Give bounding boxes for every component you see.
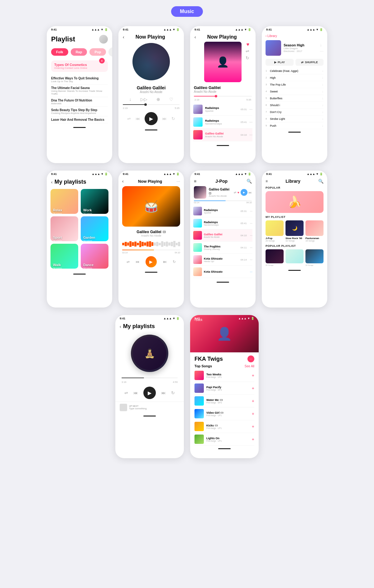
more-icon[interactable]: ··· <box>250 234 252 237</box>
repeat-icon-3[interactable]: ↻ <box>246 55 249 60</box>
fka-track-5[interactable]: Kicks E FKA twigs · LP1 + <box>194 420 254 433</box>
back-btn-5[interactable]: ‹ <box>51 180 53 185</box>
next-icon-mpl2[interactable]: ⏭ <box>161 390 166 395</box>
lib-track-2[interactable]: 2 High ↓ <box>266 74 324 81</box>
next-icon-jpop[interactable]: ⏭ <box>249 191 252 194</box>
playlist-slow-rock[interactable]: 🌙 Slow Rock '90 32 Songs <box>285 220 304 242</box>
shuffle-icon-mpl2[interactable]: ⇌ <box>124 390 128 395</box>
lib-track-5[interactable]: 5 Butterflies ↓ <box>266 95 324 102</box>
lib-track-9[interactable]: 9 Push ↓ <box>266 122 324 129</box>
jpop-track[interactable]: Kota Shinzato ··· <box>193 266 252 278</box>
playlist-item-work[interactable]: Work 34 songs <box>81 189 108 214</box>
prev-icon[interactable]: ⏮ <box>136 116 140 121</box>
lib-track-8[interactable]: 8 Strobe Light ↓ <box>266 115 324 122</box>
pill-more[interactable] <box>108 47 112 57</box>
playlist-item-walk[interactable]: Walk 34 songs <box>50 244 78 269</box>
dl-icon[interactable]: ↓ <box>322 110 324 114</box>
play-button-jpop[interactable]: ▶ <box>241 189 247 196</box>
shuffle-icon-wave[interactable]: ⇌ <box>127 260 130 264</box>
list-item[interactable]: Laser Hair And Removal The Basics <box>51 116 108 123</box>
list-item[interactable]: Dna The Future Of Nutrition Asteroids <box>51 97 108 107</box>
more-icon[interactable]: ··· <box>249 107 252 111</box>
shuffle-button-lib[interactable]: ⇌ SHUFFLE <box>295 59 324 66</box>
jpop-track[interactable]: Radwimps Nandemonaiya 05:41 ··· <box>193 217 252 229</box>
dl-icon[interactable]: ↓ <box>322 69 324 73</box>
popular-banner[interactable]: 🍌 <box>266 191 324 213</box>
dl-icon[interactable]: ↓ <box>322 124 324 127</box>
dl-icon[interactable]: ↓ <box>322 83 324 86</box>
fka-track-2[interactable]: Papi Pacify FKA twigs · EP2 + <box>194 382 254 395</box>
next-icon[interactable]: ⏭ <box>162 116 167 121</box>
mpl2-progress-bar[interactable] <box>122 378 178 378</box>
jpop-track[interactable]: Kota Shinzato Hands Up! 04:14 ··· <box>193 254 252 266</box>
list-item[interactable]: Sedu Beauty Tips Step By Step Cooking Re… <box>51 107 108 116</box>
fka-track-1[interactable]: Two Weeks FKA twigs · LP1 + <box>194 369 254 382</box>
add-icon[interactable]: + <box>252 386 254 391</box>
playlist-featured[interactable]: B Types Of Cosmetics Ordering Contact Le… <box>51 60 108 72</box>
back-btn-9[interactable]: ‹ <box>120 324 121 329</box>
heart-icon-3[interactable]: ♥ <box>247 42 250 47</box>
list-item[interactable]: Effective Ways To Quit Smoking Look Up I… <box>51 75 108 85</box>
add-icon[interactable]: + <box>252 424 254 429</box>
list-item-track-active[interactable]: Galileo Galilei Arashi No Atode 04:10 ··… <box>193 129 252 141</box>
more-icon[interactable]: ··· <box>250 258 252 261</box>
more-icon[interactable]: ··· <box>249 120 252 124</box>
fka-track-6[interactable]: Lights On FKA twigs · LP1 + <box>194 433 254 446</box>
shuffle-icon[interactable]: ⇌ <box>127 116 131 121</box>
more-icon[interactable]: ··· <box>250 222 252 225</box>
heart-icon-jpop[interactable]: ♥ <box>237 191 239 194</box>
next-icon-wave[interactable]: ⏭ <box>163 260 167 264</box>
pop-playlist-2[interactable] <box>285 249 304 266</box>
lib-track-4[interactable]: 4 Sweet ↓ <box>266 88 324 95</box>
wave-progress-bar[interactable] <box>122 250 180 250</box>
prev-icon-wave[interactable]: ⏮ <box>136 260 139 264</box>
back-btn-6[interactable]: ‹ <box>122 179 124 184</box>
lib-track-1[interactable]: 1 Celebrate (Feat. Agge) ↓ <box>266 68 324 74</box>
heart-icon[interactable]: ♡ <box>169 97 173 102</box>
playlist-jpop[interactable]: J-Pop 20 Songs <box>266 220 284 242</box>
playlist-panturanan[interactable]: Panturanan 16 Songs <box>305 220 324 242</box>
play-button-wave[interactable]: ▶ <box>146 256 157 267</box>
lib-track-3[interactable]: 3 The Pop Life ↓ <box>266 81 324 88</box>
shuffle-icon-3[interactable]: ⇌ <box>246 49 249 54</box>
list-item-track[interactable]: Radwimps Sparkle 05:31 ··· <box>193 103 252 116</box>
more-icon-lib[interactable]: ··· <box>320 49 324 54</box>
library-back[interactable]: ‹ Library <box>266 34 277 38</box>
dl-icon[interactable]: ↓ <box>322 76 324 79</box>
repeat-icon[interactable]: ↻ <box>171 116 175 121</box>
prev-icon-mpl2[interactable]: ⏮ <box>133 390 138 395</box>
playlist-item-sport[interactable]: Sport 34 songs <box>50 216 78 241</box>
menu-icon[interactable]: ≡ <box>194 179 196 184</box>
more-button-fka[interactable]: ··· <box>247 355 254 362</box>
playlist-item-dance[interactable]: Dance 34 songs <box>81 244 108 269</box>
dl-icon[interactable]: ↓ <box>322 90 324 93</box>
fka-track-3[interactable]: Water Me E FKA twigs · EP2 + <box>194 395 254 407</box>
progress-bar-3[interactable] <box>194 96 252 96</box>
jpop-track[interactable]: Radwimps Sparkle 05:31 ··· <box>193 205 252 217</box>
more-icon[interactable]: ··· <box>250 209 252 213</box>
dl-icon[interactable]: ↓ <box>322 117 324 120</box>
search-icon-lib2[interactable]: 🔍 <box>318 179 324 184</box>
repeat-icon-mpl2[interactable]: ↻ <box>171 390 175 395</box>
pop-playlist-3[interactable]: 16 Songs <box>305 249 324 266</box>
pop-playlist-1[interactable]: 20 Songs <box>266 249 284 266</box>
more-icon[interactable]: ··· <box>249 133 252 137</box>
more-icon-6[interactable]: ··· <box>176 179 180 184</box>
list-item-track[interactable]: Radwimps Nandemonaiya 05:41 ··· <box>193 116 252 129</box>
dl-icon[interactable]: ↓ <box>322 103 324 107</box>
jpop-track[interactable]: The Pogbles Dreamy Journey 04:11 ··· <box>193 242 252 254</box>
menu-icon-lib2[interactable]: ≡ <box>266 179 268 183</box>
search-icon[interactable]: 🔍 <box>247 179 252 184</box>
lib-track-6[interactable]: 6 Should i ↓ <box>266 102 324 109</box>
lib-track-7[interactable]: 7 Don't Cry ↓ <box>266 109 324 115</box>
shuffle-icon-jpop[interactable]: ⇌ <box>234 191 236 194</box>
play-button-mpl2[interactable]: ▶ <box>143 387 156 399</box>
more-icon[interactable]: ··· <box>250 246 252 249</box>
add-icon[interactable]: + <box>252 398 254 403</box>
pill-folk[interactable]: Folk <box>51 48 68 56</box>
download-icon[interactable]: ↓ <box>129 97 132 102</box>
cast-icon[interactable]: ▷▷ <box>141 97 147 102</box>
play-button[interactable]: ▶ <box>145 112 158 125</box>
see-all-button[interactable]: See All <box>245 365 254 368</box>
add-icon[interactable]: ⊕ <box>156 97 160 102</box>
